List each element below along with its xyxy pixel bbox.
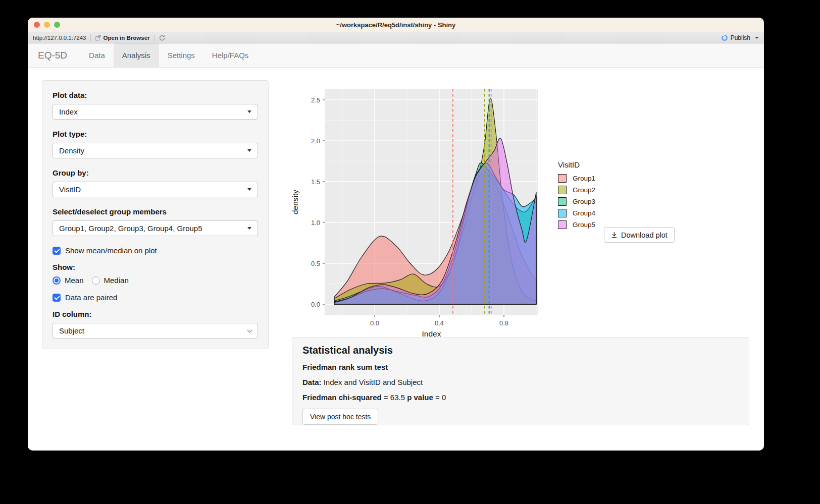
paired-checkbox[interactable] [53,294,61,302]
dropdown-caret-icon [247,110,251,113]
svg-text:0.5: 0.5 [311,260,320,267]
publish-button[interactable]: Publish [721,34,759,41]
legend-label: Group3 [573,198,595,205]
legend-swatch [558,174,567,183]
tab-settings[interactable]: Settings [159,43,203,67]
tab-analysis[interactable]: Analysis [114,43,159,67]
plot-data-label: Plot data: [53,91,258,99]
legend-title: VisitID [558,160,595,169]
legend-swatch [558,197,567,206]
legend-item: Group2 [558,186,595,194]
mean-radio[interactable] [53,276,61,285]
dropdown-caret-icon [247,227,251,230]
legend-swatch [558,186,567,194]
page-content: Plot data: Index Plot type: Density Grou… [28,68,764,451]
group-by-dropdown[interactable]: VisitID [53,182,258,197]
legend-item: Group3 [558,197,595,206]
statistical-analysis-panel: Statistical analysis Friedman rank sum t… [292,337,749,425]
window-titlebar: ~/workspace/R/eq5d/inst/shiny - Shiny [28,18,764,32]
controls-sidebar: Plot data: Index Plot type: Density Grou… [42,80,269,349]
screen-background: ~/workspace/R/eq5d/inst/shiny - Shiny ht… [0,0,820,504]
download-plot-button[interactable]: Download plot [604,227,675,243]
legend-label: Group5 [573,221,595,229]
app-navbar: EQ-5D Data Analysis Settings Help/FAQs [28,43,764,68]
stats-result-line: Friedman chi-squared = 63.5 p value = 0 [302,393,739,402]
dropdown-caret-icon [247,188,251,191]
median-radio[interactable] [92,276,100,285]
download-icon [611,232,618,238]
toolbar-divider [154,34,155,41]
publish-caret-icon [755,37,759,39]
svg-text:0.0: 0.0 [370,319,379,327]
tab-data[interactable]: Data [80,43,114,67]
id-column-label: ID column: [53,310,258,318]
app-window: ~/workspace/R/eq5d/inst/shiny - Shiny ht… [28,18,764,451]
viewer-toolbar: http://127.0.0.1:7243 Open in Browser [28,32,764,43]
paired-checkbox-row[interactable]: Data are paired [53,293,258,302]
select-chevron-icon [247,327,252,332]
group-members-dropdown[interactable]: Group1, Group2, Group3, Group4, Group5 [53,220,258,236]
legend-label: Group1 [573,175,595,182]
svg-text:0.0: 0.0 [311,301,320,308]
show-mean-median-checkbox-row[interactable]: Show mean/median on plot [53,246,258,255]
svg-text:2.0: 2.0 [311,137,320,145]
publish-icon [721,34,728,41]
svg-text:density: density [291,190,299,214]
legend-item: Group5 [558,220,595,229]
refresh-icon[interactable] [159,34,166,41]
radio-option-median[interactable]: Median [92,276,129,285]
svg-text:0.8: 0.8 [499,319,508,327]
svg-text:2.5: 2.5 [311,96,320,104]
url-text: http://127.0.0.1:7243 [33,35,86,41]
view-post-hoc-button[interactable]: View post hoc tests [302,409,378,425]
tab-helpfaqs[interactable]: Help/FAQs [203,43,258,67]
show-label: Show: [53,263,258,271]
stats-data-line: Data: Index and VisitID and Subject [302,378,739,386]
legend-item: Group4 [558,209,595,217]
id-column-select[interactable]: Subject [53,323,258,339]
toolbar-divider [90,34,91,41]
legend-items: Group1Group2Group3Group4Group5 [558,174,595,229]
plot-type-dropdown[interactable]: Density [53,143,258,158]
group-by-label: Group by: [53,169,258,177]
svg-text:1.0: 1.0 [311,219,320,227]
stats-heading: Statistical analysis [302,345,739,356]
legend-label: Group2 [573,186,595,194]
open-in-browser-button[interactable]: Open in Browser [95,35,150,41]
svg-text:0.4: 0.4 [435,319,444,327]
stats-test-name: Friedman rank sum test [302,363,739,371]
window-title: ~/workspace/R/eq5d/inst/shiny - Shiny [28,18,764,32]
legend-swatch [558,220,567,229]
svg-text:1.5: 1.5 [311,178,320,186]
show-mean-median-checkbox[interactable] [53,247,61,255]
legend-swatch [558,209,567,217]
legend-item: Group1 [558,174,595,183]
navbar-brand[interactable]: EQ-5D [28,43,80,67]
plot-data-dropdown[interactable]: Index [53,104,258,120]
plot-legend: VisitID Group1Group2Group3Group4Group5 [558,160,595,232]
plot-type-label: Plot type: [53,130,258,138]
group-members-label: Select/deselect group members [53,207,258,216]
legend-label: Group4 [573,209,595,217]
open-in-browser-icon [95,35,101,41]
radio-option-mean[interactable]: Mean [53,276,84,285]
density-plot: 0.00.40.80.00.51.01.52.02.5Indexdensity [290,83,540,343]
dropdown-caret-icon [247,149,251,152]
show-radio-group: Mean Median [53,276,258,285]
